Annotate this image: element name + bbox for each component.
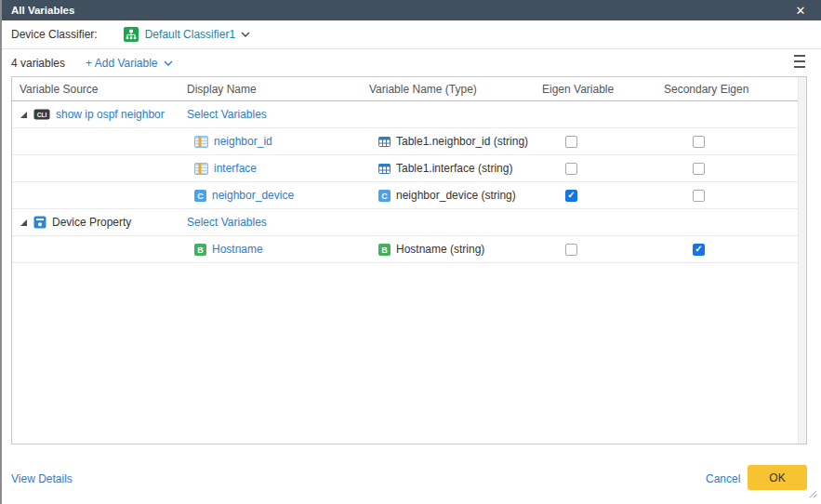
compound-c-icon: C <box>378 190 391 202</box>
table-body: CLIshow ip ospf neighborSelect Variables… <box>12 101 806 263</box>
add-variable-button[interactable]: + Add Variable <box>86 57 158 70</box>
svg-text:C: C <box>197 192 204 201</box>
eigen-variable-checkbox[interactable] <box>565 163 577 175</box>
dialog-title: All Variables <box>11 5 74 16</box>
variable-source-label[interactable]: show ip ospf neighbor <box>56 108 165 121</box>
table-row: interfaceTable1.interface (string) <box>12 155 806 182</box>
table-row: Cneighbor_deviceCneighbor_device (string… <box>12 182 806 209</box>
classifier-icon <box>124 27 139 42</box>
vertical-scrollbar[interactable] <box>798 77 806 444</box>
close-icon[interactable]: ✕ <box>791 0 810 20</box>
variable-name-text: Table1.neighbor_id (string) <box>396 135 528 148</box>
svg-text:B: B <box>381 245 388 255</box>
table-grid-icon <box>378 164 391 174</box>
select-variables-link[interactable]: Select Variables <box>187 216 267 229</box>
eigen-variable-checkbox[interactable] <box>565 136 577 148</box>
variables-table: Variable Source Display Name Variable Na… <box>11 76 807 444</box>
device-classifier-label: Device Classifier: <box>11 28 98 41</box>
column-header-variable-source: Variable Source <box>20 77 99 101</box>
builtin-b-icon: B <box>194 244 206 256</box>
variable-source-label: Device Property <box>52 216 131 229</box>
variables-bar: 4 variables + Add Variable <box>2 49 821 76</box>
secondary-eigen-checkbox[interactable] <box>693 190 705 202</box>
variable-name-text: Hostname (string) <box>396 243 484 256</box>
compound-c-icon: C <box>194 190 206 202</box>
table-grid-icon <box>378 137 391 147</box>
variable-display-link[interactable]: neighbor_device <box>212 189 294 202</box>
variable-display-link[interactable]: Hostname <box>212 243 263 256</box>
svg-text:CLI: CLI <box>37 112 47 118</box>
column-header-secondary-eigen: Secondary Eigen <box>664 77 748 101</box>
table-row: CLIshow ip ospf neighborSelect Variables <box>12 101 806 128</box>
eigen-variable-checkbox[interactable] <box>565 190 577 202</box>
table-row: BHostnameBHostname (string) <box>12 236 806 263</box>
svg-text:C: C <box>381 192 388 201</box>
classifier-bar: Device Classifier: Default Classifier1 <box>2 20 821 49</box>
table-row: neighbor_idTable1.neighbor_id (string) <box>12 128 806 155</box>
variables-count: 4 variables <box>11 57 65 70</box>
eigen-variable-checkbox[interactable] <box>565 244 577 256</box>
view-details-link[interactable]: View Details <box>11 472 73 485</box>
device-property-icon <box>33 216 46 229</box>
resize-handle-icon[interactable] <box>809 488 817 501</box>
column-header-variable-name-type: Variable Name (Type) <box>369 77 477 101</box>
column-header-eigen-variable: Eigen Variable <box>542 77 614 101</box>
chevron-down-icon[interactable] <box>164 60 173 66</box>
table-header: Variable Source Display Name Variable Na… <box>12 77 806 101</box>
cli-badge-icon: CLI <box>33 109 50 120</box>
select-variables-link[interactable]: Select Variables <box>187 108 267 121</box>
svg-text:B: B <box>197 245 204 255</box>
variable-source-cell: Device Property <box>20 209 131 235</box>
cancel-button[interactable]: Cancel <box>706 472 740 485</box>
table-row: Device PropertySelect Variables <box>12 209 806 236</box>
variable-name-text: neighbor_device (string) <box>396 189 516 202</box>
title-bar: All Variables ✕ <box>2 0 821 20</box>
variable-name-text: Table1.interface (string) <box>396 162 512 175</box>
variable-display-link[interactable]: neighbor_id <box>214 135 272 148</box>
expander-icon[interactable] <box>20 219 28 227</box>
secondary-eigen-checkbox[interactable] <box>693 136 705 148</box>
expander-icon[interactable] <box>20 111 28 119</box>
variable-display-link[interactable]: interface <box>214 162 257 175</box>
chevron-down-icon[interactable] <box>241 32 250 37</box>
table-column-icon <box>194 163 208 175</box>
variable-source-cell: CLIshow ip ospf neighbor <box>20 101 165 127</box>
table-column-icon <box>194 136 208 148</box>
all-variables-dialog: All Variables ✕ Device Classifier: Defau… <box>0 0 821 504</box>
secondary-eigen-checkbox[interactable] <box>693 163 705 175</box>
ok-button[interactable]: OK <box>748 465 807 490</box>
column-header-display-name: Display Name <box>187 77 257 101</box>
secondary-eigen-checkbox[interactable] <box>693 244 705 256</box>
classifier-select[interactable]: Default Classifier1 <box>145 28 235 41</box>
builtin-b-icon: B <box>378 244 391 256</box>
hamburger-menu-icon[interactable] <box>794 55 805 68</box>
